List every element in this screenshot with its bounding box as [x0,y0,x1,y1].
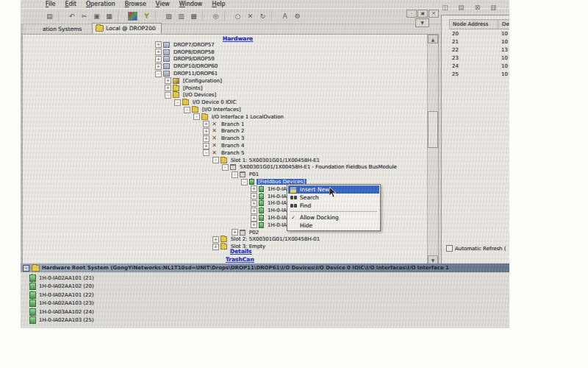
tree-item-5x00301g01-1x00458h-e1-foundation-fieldbus-busmodule[interactable]: -5X00301G01/1X00458H-E1 - Foundation Fie… [23,164,426,171]
tree-expander-icon[interactable]: + [155,41,162,48]
tree-item-points[interactable]: +[Points] [23,85,426,92]
vertical-scrollbar[interactable]: ▲ ▼ [427,35,438,264]
tree-item-drop10-drop60[interactable]: +DROP10/DROP60 [23,63,426,70]
table-row[interactable]: 2213 [449,46,509,54]
list-item-1h-0-ia02aa101-21[interactable]: 1H-0-IA02AA101 (21) [29,274,509,283]
table-row[interactable]: 2310 [449,54,509,62]
tree-expander-icon[interactable]: - [155,71,162,77]
table-row[interactable]: 2410 [449,62,509,70]
menu-item-find[interactable]: Find [288,202,379,210]
help-window-icon[interactable]: ▥ [488,2,499,13]
table-header[interactable]: Node AddressDe [449,19,509,29]
tree-expander-icon[interactable]: - [174,99,181,106]
tree-expander-icon[interactable]: - [203,149,209,156]
tree-item-drop9-drop59[interactable]: +DROP9/DROP59 [23,56,426,63]
menu-edit[interactable]: Edit [65,1,76,7]
tools-icon[interactable]: ⚙ [292,11,303,21]
close-button[interactable]: ✕ [429,10,439,18]
tree-expander-icon[interactable]: + [232,229,238,236]
tree-expander-icon[interactable]: + [203,128,209,135]
table-row[interactable]: 2010 [449,29,509,38]
menu-item-allow-docking[interactable]: ✓Allow Docking [288,213,379,222]
list-item-1h-0-ia02aa101-22[interactable]: 1H-0-IA02AA101 (22) [29,291,509,300]
tree-expander-icon[interactable]: + [155,49,162,55]
list-item-1h-0-ia02aa103-23[interactable]: 1H-0-IA02AA103 (23) [29,300,509,308]
scroll-up-button[interactable]: ▼ [415,18,429,27]
paste-icon[interactable]: ▦ [104,11,115,21]
font-icon[interactable]: A [279,11,290,21]
tree-expander-icon[interactable]: + [212,244,219,250]
cut-icon[interactable]: ✂ [79,11,90,21]
cascade-icon[interactable]: ▤ [456,2,467,13]
tree-item-branch-2[interactable]: +✕Branch 2 [23,128,426,135]
tree-item-branch-1[interactable]: +✕Branch 1 [23,121,426,128]
tree-item-branch-3[interactable]: +✕Branch 3 [23,135,426,142]
clipboard-icon[interactable]: ▩ [188,11,199,21]
minimize-button[interactable]: – [406,10,417,18]
menu-help[interactable]: Help [212,1,225,7]
scrollbar-up-arrow[interactable]: ▲ [428,35,438,43]
tree-item-slot-3-empty[interactable]: +Slot 3: Empty [23,243,426,250]
trashcan-link[interactable]: TrashCan [226,256,254,263]
tree-item-configuration[interactable]: +[Configuration] [23,77,426,85]
menu-view[interactable]: View [156,1,170,7]
tree-expander-icon[interactable]: + [251,222,257,228]
tree-expander-icon[interactable]: - [241,179,248,185]
column-header-node-address[interactable]: Node Address [450,20,498,29]
search-window-icon[interactable]: ○ [232,11,243,21]
tree-item-branch-4[interactable]: +✕Branch 4 [23,142,426,149]
column-header-de[interactable]: De [498,21,509,27]
list-item-1h-0-ia03aa102-24[interactable]: 1H-0-IA03AA102 (24) [29,308,509,316]
table-row[interactable]: 2110 [449,38,509,46]
tree-item-p01[interactable]: -P01 [23,171,426,178]
tree-item-drop11-drop61[interactable]: -DROP11/DROP61 [23,70,426,77]
tree-expander-icon[interactable]: + [165,77,171,84]
tree-expander-icon[interactable]: + [212,236,219,243]
tree-expander-icon[interactable]: + [251,200,257,207]
list-item-1h-0-ia02aa103-25[interactable]: 1H-0-IA02AA103 (25) [29,316,509,325]
tree-item-i-o-interfaces[interactable]: -[I/O Interfaces] [23,106,426,113]
collapse-icon[interactable]: - [23,265,29,272]
open-icon[interactable]: ▧ [163,11,174,21]
tree-item-slot-1-5x00301g01-1x00458h-e1[interactable]: -Slot 1: 5X00301G01/1X00458H-E1 [23,157,426,164]
filter-icon[interactable]: Y [141,11,152,21]
tree-item-branch-5[interactable]: -✕Branch 5 [23,149,426,157]
auto-refresh-checkbox[interactable] [446,245,453,252]
tree-expander-icon[interactable]: + [203,121,209,127]
tree-expander-icon[interactable]: + [251,215,257,222]
menu-browse[interactable]: Browse [125,1,146,7]
undo-icon[interactable]: ↶ [66,11,77,21]
menu-operation[interactable]: Operation [86,1,115,7]
list-item-1h-0-ia02aa102-20[interactable]: 1H-0-IA02AA102 (20) [29,283,509,291]
camera-icon[interactable]: ◎ [210,11,221,21]
bottom-panel-path-row[interactable]: - Hardware Root System (GongYiNetworks:N… [21,263,509,272]
close-window-icon[interactable]: ⊠ [472,2,483,13]
picture-icon[interactable] [128,12,137,21]
tree-expander-icon[interactable]: - [222,164,229,171]
refresh-icon[interactable]: ↻ [257,11,268,21]
tab-local-drop200[interactable]: Local @ DROP200 [92,23,161,34]
table-row[interactable]: 2510 [449,70,509,78]
tree-item-drop7-drop57[interactable]: +DROP7/DROP57 [23,41,426,49]
tree-item-slot-2-5x00301g01-1x00458h-01[interactable]: +Slot 2: 5X00301G01/1X00458H-01 [23,236,426,244]
menu-window[interactable]: Window [179,1,203,7]
tree-expander-icon[interactable]: - [212,157,219,163]
tree-item-i-o-interface-1-localovation[interactable]: -I/O Interface 1 LocalOvation [23,113,426,121]
tree-expander-icon[interactable]: - [193,113,200,120]
tree-expander-icon[interactable]: + [203,143,209,149]
tree-expander-icon[interactable]: - [232,171,238,178]
tree-expander-icon[interactable]: - [165,92,171,99]
tree-expander-icon[interactable]: + [155,63,162,70]
save-icon[interactable]: ▥ [176,11,187,21]
tree-expander-icon[interactable]: + [155,56,162,63]
details-link[interactable]: Details [230,248,252,255]
tree-expander-icon[interactable]: + [251,185,257,192]
tree-expander-icon[interactable]: + [203,135,209,142]
print-icon[interactable]: ▤ [44,11,55,21]
tree-expander-icon[interactable]: + [251,208,257,214]
copy-icon[interactable]: ▣ [91,11,102,21]
menu-item-hide[interactable]: Hide [288,222,379,230]
restore-button[interactable]: ▣ [417,10,428,18]
new-window-icon[interactable]: ◫ [440,2,451,13]
tree-item-i-o-devices[interactable]: -[I/O Devices] [23,92,426,99]
